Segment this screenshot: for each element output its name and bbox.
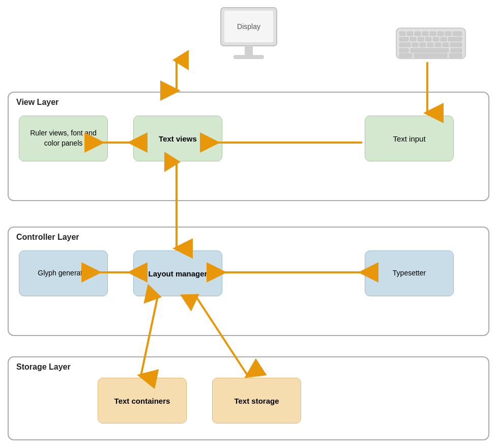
svg-rect-11 xyxy=(437,32,444,36)
svg-rect-10 xyxy=(430,32,436,36)
svg-rect-4 xyxy=(233,55,264,59)
svg-rect-9 xyxy=(422,32,428,36)
controller-layer: Controller Layer Glyph generator Layout … xyxy=(8,227,489,336)
svg-rect-8 xyxy=(415,32,421,36)
glyph-generator-node: Glyph generator xyxy=(19,250,108,296)
ruler-views-node: Ruler views, font and color panels xyxy=(19,116,108,161)
svg-rect-18 xyxy=(433,37,439,41)
storage-layer-label: Storage Layer xyxy=(9,357,488,372)
svg-rect-33 xyxy=(449,53,462,58)
diagram-wrapper: Display xyxy=(0,0,497,448)
svg-rect-17 xyxy=(425,37,431,41)
svg-rect-15 xyxy=(410,37,416,41)
view-layer: View Layer Ruler views, font and color p… xyxy=(8,92,489,201)
keyboard-icon xyxy=(395,25,466,63)
controller-layer-label: Controller Layer xyxy=(9,228,488,242)
svg-rect-21 xyxy=(399,43,411,47)
text-containers-node: Text containers xyxy=(98,378,187,424)
svg-rect-12 xyxy=(445,32,451,36)
svg-rect-29 xyxy=(411,48,449,52)
svg-rect-27 xyxy=(450,43,462,47)
view-layer-label: View Layer xyxy=(9,93,488,107)
svg-rect-24 xyxy=(427,43,433,47)
typesetter-node: Typesetter xyxy=(365,250,454,296)
svg-rect-30 xyxy=(451,48,462,52)
svg-rect-31 xyxy=(399,53,412,58)
display-icon: Display xyxy=(218,5,279,73)
svg-rect-22 xyxy=(412,43,418,47)
storage-layer: Storage Layer Text containers Text stora… xyxy=(8,356,489,440)
svg-rect-16 xyxy=(418,37,424,41)
svg-rect-19 xyxy=(441,37,447,41)
svg-rect-32 xyxy=(414,53,447,58)
svg-rect-14 xyxy=(399,37,408,41)
text-input-node: Text input xyxy=(365,116,454,161)
text-storage-node: Text storage xyxy=(212,378,301,424)
svg-rect-13 xyxy=(453,32,462,36)
layout-manager-node: Layout manager xyxy=(133,250,222,296)
svg-rect-23 xyxy=(420,43,426,47)
svg-rect-7 xyxy=(407,32,413,36)
svg-rect-26 xyxy=(443,43,449,47)
svg-rect-3 xyxy=(245,46,253,56)
svg-rect-28 xyxy=(399,48,408,52)
svg-rect-6 xyxy=(399,32,405,36)
svg-text:Display: Display xyxy=(237,22,260,31)
text-views-node: Text views xyxy=(133,116,222,161)
svg-rect-25 xyxy=(435,43,441,47)
svg-rect-20 xyxy=(448,37,462,41)
